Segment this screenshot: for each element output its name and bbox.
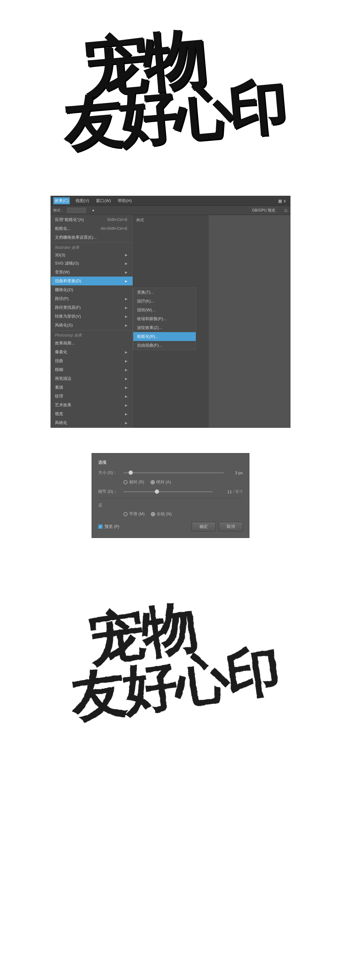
submenu-item-label: 收缩和膨胀(P)... — [137, 316, 166, 322]
separator1 — [51, 242, 132, 243]
dropdown-panel: 应用"粗糙化"(A) Shift+Ctrl+E 粗糙化... Alt+Shift… — [51, 215, 133, 428]
arrow-icon: ▶ — [125, 315, 127, 318]
arrow-icon: ▶ — [125, 359, 127, 363]
menu-item-label: 画笔描边 — [55, 376, 71, 382]
radio-relative[interactable]: 相对 (R) — [123, 479, 144, 485]
ps-window: 效果(C) 视图(V) 窗口(W) 帮助(H) ▦ ∨ 样式： ● GB/GPU… — [51, 196, 290, 428]
size-radio-group: 相对 (R) 绝对 (A) — [123, 479, 243, 485]
menu-item-stylize-i[interactable]: 风格化(S) ▶ — [51, 321, 132, 329]
size-row: 大小 (S)： 3 px — [98, 470, 243, 476]
radio-sharp[interactable]: 尖锐 (N) — [151, 511, 172, 517]
menu-item-distort-ps[interactable]: 扭曲 ▶ — [51, 356, 132, 365]
menu-item-label: 应用"粗糙化"(A) — [55, 217, 84, 223]
menu-item-label: 3D(3) — [55, 253, 65, 257]
menu-item-label: 路径(P) — [55, 296, 69, 302]
preview-label: 预览 (P) — [105, 524, 120, 530]
menu-item-sketch[interactable]: 素描 ▶ — [51, 383, 132, 392]
menu-item-texture[interactable]: 纹理 ▶ — [51, 392, 132, 401]
arrow-icon: ▶ — [125, 421, 127, 425]
menu-item-convert-shape[interactable]: 转换为形状(V) ▶ — [51, 312, 132, 321]
menu-window[interactable]: 窗口(W) — [95, 197, 112, 204]
menu-item-label: 粗糙化... — [55, 226, 71, 231]
radio-smooth-circle[interactable] — [123, 512, 127, 516]
menu-help[interactable]: 帮助(H) — [116, 197, 133, 204]
size-slider-thumb[interactable] — [129, 471, 133, 475]
menu-item-label: 风格化 — [55, 420, 67, 426]
detail-unit: / 英寸 — [233, 489, 243, 495]
section-label-illustrator: Illustrator 效果 — [51, 243, 132, 251]
menu-item-effect-gallery[interactable]: 效果画廊... — [51, 339, 132, 348]
detail-slider-thumb[interactable] — [155, 489, 159, 494]
size-slider-container: 3 px — [123, 471, 243, 475]
menu-item-label: 变形(W) — [55, 269, 70, 275]
preview-checkbox-group[interactable]: 预览 (P) — [98, 524, 120, 530]
point-section-label: 点 — [98, 502, 243, 508]
cancel-button[interactable]: 取消 — [219, 522, 243, 531]
arrow-icon: ▶ — [125, 350, 127, 354]
shortcut-roughen: Alt+Shift+Ctrl+E — [100, 226, 127, 231]
section-top-calligraphy: 宠物 友好心印 — [0, 0, 341, 183]
menu-effect[interactable]: 效果(C) — [53, 197, 70, 204]
menu-item-label: 效果画廊... — [55, 340, 75, 346]
menu-item-blur[interactable]: 模糊 ▶ — [51, 365, 132, 374]
menu-item-3d[interactable]: 3D(3) ▶ — [51, 251, 132, 259]
menu-item-path[interactable]: 路径(P) ▶ — [51, 294, 132, 303]
arrow-icon: ▶ — [125, 279, 127, 283]
tab-gpu[interactable]: GB/GPU 预览 — [249, 207, 279, 214]
radio-smooth[interactable]: 平滑 (M) — [123, 511, 145, 517]
menu-item-pathfinder[interactable]: 路径查找器(F) ▶ — [51, 303, 132, 312]
menu-item-art-effect[interactable]: 艺术效果 ▶ — [51, 401, 132, 409]
submenu-item-zig-zag[interactable]: 波纹效果(Z)... — [133, 323, 196, 332]
menu-item-pixelate[interactable]: 像素化 ▶ — [51, 348, 132, 356]
menu-item-rasterize[interactable]: 栅格化(O) — [51, 285, 132, 294]
submenu-item-roughen[interactable]: 粗糙化(R)... — [133, 332, 196, 341]
preview-checkbox[interactable] — [98, 524, 103, 529]
menu-item-label: 艺术效果 — [55, 402, 71, 408]
confirm-button[interactable]: 确定 — [192, 522, 216, 531]
arrow-icon: ▶ — [125, 270, 127, 274]
menu-item-label: 素描 — [55, 385, 63, 390]
arrow-icon: ▶ — [125, 324, 127, 327]
menu-item-label: 路径查找器(F) — [55, 305, 81, 310]
submenu-panel: 变换(T)... 扭拧(K)... 扭转(W)... 收缩和膨胀(P)... 波… — [133, 288, 196, 350]
arrow-icon: ▶ — [125, 404, 127, 407]
menu-item-deform[interactable]: 变形(W) ▶ — [51, 268, 132, 277]
menu-item-brush-stroke[interactable]: 画笔描边 ▶ — [51, 374, 132, 383]
ps-menubar: 效果(C) 视图(V) 窗口(W) 帮助(H) ▦ ∨ — [51, 196, 290, 206]
radio-sharp-circle[interactable] — [151, 512, 155, 516]
menu-icon-area[interactable]: ▦ ∨ — [277, 198, 288, 204]
radio-smooth-label: 平滑 (M) — [129, 511, 145, 517]
menu-item-apply[interactable]: 应用"粗糙化"(A) Shift+Ctrl+E — [51, 215, 132, 224]
point-radio-group: 平滑 (M) 尖锐 (N) — [123, 511, 243, 517]
radio-relative-circle[interactable] — [123, 480, 127, 484]
section-label-photoshop: Photoshop 效果 — [51, 331, 132, 339]
submenu-item-twirl[interactable]: 扭转(W)... — [133, 305, 196, 315]
size-slider-track[interactable] — [123, 473, 224, 473]
menu-view[interactable]: 视图(V) — [74, 197, 90, 204]
menu-item-raster-settings[interactable]: 文档栅格效果设置(E)... — [51, 233, 132, 242]
radio-absolute-circle[interactable] — [151, 480, 155, 484]
detail-slider-track[interactable] — [123, 491, 213, 492]
size-value: 3 px — [227, 471, 243, 475]
radio-absolute[interactable]: 绝对 (A) — [151, 479, 171, 485]
submenu-item-label: 粗糙化(R)... — [137, 334, 158, 339]
submenu-item-free-distort[interactable]: 自由扭曲(F)... — [133, 341, 196, 350]
menu-item-stylize-ps[interactable]: 风格化 ▶ — [51, 418, 132, 427]
size-label: 大小 (S)： — [98, 470, 123, 476]
detail-label: 细节 (D)： — [98, 489, 123, 495]
shortcut-apply: Shift+Ctrl+E — [107, 218, 127, 222]
submenu-item-transform[interactable]: 变换(T)... — [133, 288, 196, 297]
detail-slider-container: 11 / 英寸 — [123, 489, 243, 495]
menu-item-distort[interactable]: 扭曲和变换(D) ▶ — [51, 277, 132, 285]
submenu-item-pucker-bloat[interactable]: 收缩和膨胀(P)... — [133, 315, 196, 323]
top-text-line2: 友好心印 — [61, 81, 285, 153]
radio-absolute-label: 绝对 (A) — [156, 479, 171, 485]
menu-item-label: 扭曲 — [55, 358, 63, 364]
submenu-item-twist[interactable]: 扭拧(K)... — [133, 297, 196, 305]
side-label: 边 — [284, 208, 288, 213]
menu-item-svg[interactable]: SVG 滤镜(G) ▶ — [51, 259, 132, 268]
roughen-dialog: 选项 大小 (S)： 3 px 相对 (R) 绝对 (A) 细节 — [92, 453, 249, 538]
menu-item-video[interactable]: 视觉 ▶ — [51, 409, 132, 418]
menu-item-roughen[interactable]: 粗糙化... Alt+Shift+Ctrl+E — [51, 224, 132, 233]
arrow-icon: ▶ — [125, 297, 127, 301]
